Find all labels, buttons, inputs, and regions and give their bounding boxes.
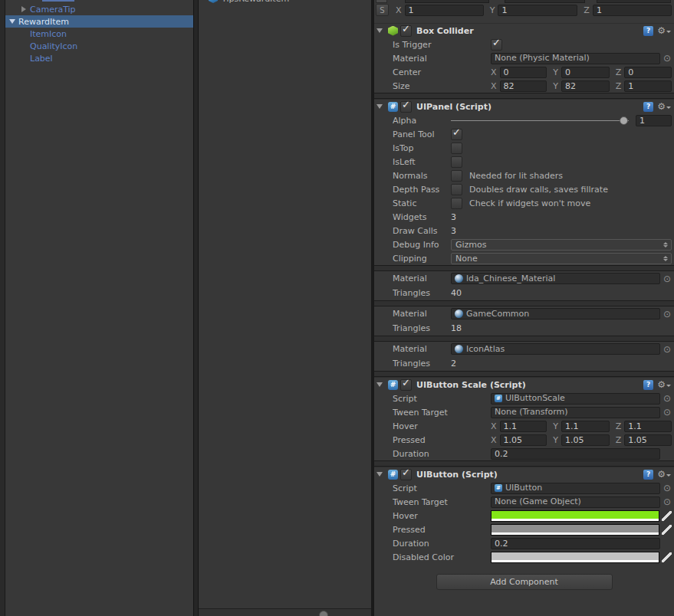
field-label: Tween Target [393,408,491,418]
tween-target-object-field[interactable]: None (Transform) [491,407,660,418]
scale-y-field[interactable]: 1 [498,5,577,16]
panel-tool-row: Panel Tool ✓ [374,127,674,141]
tween-target-object-field[interactable]: None (Game Object) [491,496,660,508]
help-icon[interactable]: ? [643,26,653,36]
foldout-expanded-icon[interactable] [376,382,383,387]
disabled-color-swatch[interactable] [491,552,659,563]
object-field-value: lda_Chinese_Material [466,274,555,284]
panel-splitter[interactable] [193,0,199,616]
static-checkbox[interactable] [451,198,462,209]
foldout-expanded-icon[interactable] [9,19,15,24]
hover-y-field[interactable]: 1.1 [561,421,610,432]
pressed-color-swatch[interactable] [491,524,659,536]
section-separator [374,336,674,342]
field-label: Panel Tool [393,129,451,139]
hierarchy-item-label: QualityIcon [30,41,77,51]
component-enabled-checkbox[interactable]: ✓ [400,379,412,391]
duration-field[interactable]: 0.2 [491,538,660,549]
object-picker-icon[interactable]: ⊙ [662,497,672,506]
depth-pass-checkbox[interactable] [451,184,462,195]
axis-y-label: Y [553,435,558,445]
object-picker-icon[interactable]: ⊙ [662,54,672,63]
debug-info-dropdown[interactable]: Gizmos [451,239,672,251]
hover-color-swatch[interactable] [491,510,659,522]
project-item[interactable]: TipsRewardItem [209,0,289,5]
field-label: Duration [393,539,491,549]
component-enabled-checkbox[interactable]: ✓ [400,101,412,113]
size-x-field[interactable]: 82 [500,80,547,92]
context-caret-icon [666,474,671,479]
component-enabled-checkbox[interactable]: ✓ [400,25,412,37]
pressed-z-field[interactable]: 1.05 [624,434,672,446]
pressed-y-field[interactable]: 1.05 [561,434,610,446]
panel-tool-checkbox[interactable]: ✓ [451,129,462,140]
resize-knob[interactable] [319,611,328,616]
size-y-field[interactable]: 82 [561,80,610,92]
object-picker-icon[interactable]: ⊙ [662,345,672,354]
field-label: Draw Calls [393,226,451,236]
eyedropper-icon[interactable] [662,525,672,535]
hover-x-field[interactable]: 1.1 [500,421,547,432]
center-z-field[interactable]: 0 [624,67,672,78]
pressed-x-field[interactable]: 1.05 [500,434,547,446]
normals-checkbox[interactable] [451,170,462,182]
istop-checkbox[interactable] [451,143,462,154]
script-icon: # [495,395,502,402]
object-picker-icon[interactable]: ⊙ [662,394,672,403]
center-y-field[interactable]: 0 [561,67,610,78]
box-collider-header[interactable]: ✓ Box Collider ? ⚙ [374,23,674,38]
script-object-field[interactable]: #UIButtonScale [491,393,660,405]
scale-z-field[interactable]: 1 [593,5,672,16]
gear-icon[interactable]: ⚙ [657,102,671,112]
istop-row: IsTop [374,141,674,155]
eyedropper-icon[interactable] [662,552,672,562]
alpha-value-field[interactable]: 1 [636,115,672,126]
hierarchy-item-rewarditem[interactable]: RewardItem [5,15,193,28]
uipanel-header[interactable]: # ✓ UIPanel (Script) ? ⚙ [374,99,674,113]
object-picker-icon[interactable]: ⊙ [662,274,672,283]
object-picker-icon[interactable]: ⊙ [662,408,672,417]
hierarchy-item-cameratip[interactable]: CameraTip [5,3,193,15]
component-title: UIButton Scale (Script) [416,380,526,390]
scale-x-field[interactable]: 1 [405,5,484,16]
foldout-collapsed-icon[interactable] [21,6,26,12]
component-enabled-checkbox[interactable]: ✓ [400,469,412,480]
dropdown-arrows-icon [663,256,668,261]
material-sphere-icon [455,345,463,353]
field-label: Alpha [393,116,451,126]
is-trigger-checkbox[interactable]: ✓ [491,39,502,51]
uibutton-header[interactable]: # ✓ UIButton (Script) ? ⚙ [374,467,674,481]
foldout-expanded-icon[interactable] [376,104,383,109]
help-icon[interactable]: ? [643,470,653,480]
foldout-expanded-icon[interactable] [376,28,383,33]
isleft-checkbox[interactable] [451,156,462,168]
add-component-button[interactable]: Add Component [436,574,613,590]
slider-handle[interactable] [620,116,628,125]
uibutton-scale-header[interactable]: # ✓ UIButton Scale (Script) ? ⚙ [374,377,674,392]
physic-material-object-field[interactable]: None (Physic Material) [491,53,660,64]
gear-icon[interactable]: ⚙ [657,380,671,390]
eyedropper-icon[interactable] [662,511,672,521]
hierarchy-item-qualityicon[interactable]: QualityIcon [5,40,193,52]
gear-icon[interactable]: ⚙ [657,26,671,36]
material-object-field[interactable]: GameCommon [451,308,660,319]
hierarchy-item-itemicon[interactable]: ItemIcon [5,28,193,40]
help-icon[interactable]: ? [643,380,653,390]
help-icon[interactable]: ? [643,102,653,112]
clipping-dropdown[interactable]: None [451,253,672,264]
object-picker-icon[interactable]: ⊙ [662,310,672,319]
hover-z-field[interactable]: 1.1 [624,421,672,432]
axis-y-label: Y [553,81,558,91]
material-object-field[interactable]: IconAtlas [451,343,660,355]
hierarchy-item-label-node[interactable]: Label [5,52,193,64]
size-z-field[interactable]: 1 [624,80,672,92]
object-picker-icon[interactable]: ⊙ [662,483,672,493]
center-x-field[interactable]: 0 [500,67,547,78]
script-object-field[interactable]: #UIButton [491,483,660,494]
scale-tool-button[interactable]: S [376,4,389,16]
material-object-field[interactable]: lda_Chinese_Material [451,273,660,284]
duration-field[interactable]: 0.2 [491,448,660,460]
gear-icon[interactable]: ⚙ [657,470,671,480]
foldout-expanded-icon[interactable] [376,472,383,477]
alpha-slider[interactable] [451,115,629,126]
